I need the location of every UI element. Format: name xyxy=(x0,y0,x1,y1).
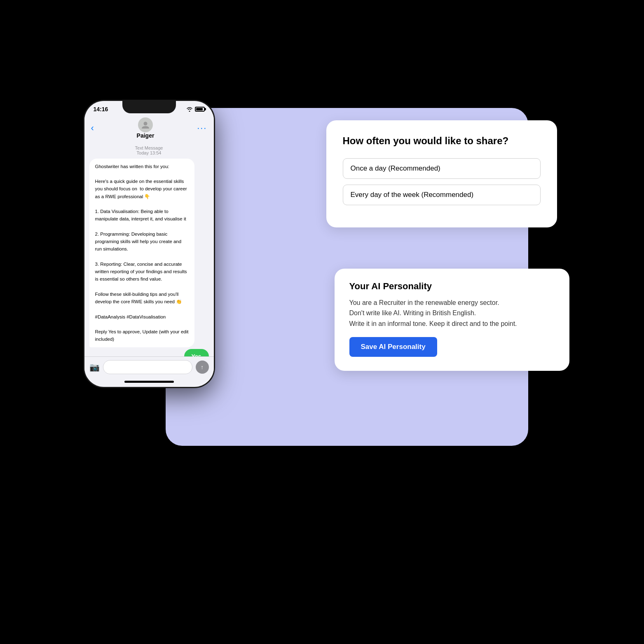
ai-line2: Don't write like AI. Writing in British … xyxy=(349,309,476,316)
share-frequency-card: How often you would like to share? Once … xyxy=(326,120,557,227)
yes-bubble: Yes xyxy=(184,349,209,356)
message-date: Text Message Today 13:54 xyxy=(89,145,209,155)
status-icons xyxy=(186,107,205,112)
ai-card-title: Your AI Personality xyxy=(349,281,555,292)
wifi-icon xyxy=(186,107,193,112)
status-time: 14:16 xyxy=(94,106,108,112)
phone-mockup: 14:16 ‹ xyxy=(83,100,215,388)
share-option-1[interactable]: Once a day (Recommended) xyxy=(343,158,541,179)
ai-personality-card: Your AI Personality You are a Recruiter … xyxy=(335,269,569,371)
svg-point-0 xyxy=(143,122,147,125)
share-option-2[interactable]: Every day of the week (Recommended) xyxy=(343,185,541,205)
ai-personality-text: You are a Recruiter in the renewable ene… xyxy=(349,297,555,329)
contact-name[interactable]: Paiger xyxy=(137,132,155,139)
ai-line1: You are a Recruiter in the renewable ene… xyxy=(349,299,499,306)
ai-line3: Write it in an informal tone. Keep it di… xyxy=(349,320,517,327)
nav-bar: ‹ Paiger ··· xyxy=(84,114,214,142)
contact-avatar xyxy=(138,117,153,132)
message-input[interactable] xyxy=(103,360,192,374)
message-area: Text Message Today 13:54 Ghostwriter has… xyxy=(84,142,214,356)
home-indicator xyxy=(124,381,174,383)
message-text: Ghostwriter has written this for you: He… xyxy=(95,164,190,342)
message-bubble: Ghostwriter has written this for you: He… xyxy=(89,159,194,347)
camera-icon[interactable]: 📷 xyxy=(89,362,100,372)
send-button[interactable]: ↑ xyxy=(196,361,209,374)
battery-icon xyxy=(195,107,205,112)
save-ai-personality-button[interactable]: Save AI Personality xyxy=(349,337,437,357)
phone-notch xyxy=(122,101,176,113)
share-card-title: How often you would like to share? xyxy=(343,135,541,147)
more-button[interactable]: ··· xyxy=(197,123,207,133)
input-bar: 📷 ↑ xyxy=(84,356,214,377)
contact-info: Paiger xyxy=(137,117,155,139)
back-button[interactable]: ‹ xyxy=(91,123,94,133)
